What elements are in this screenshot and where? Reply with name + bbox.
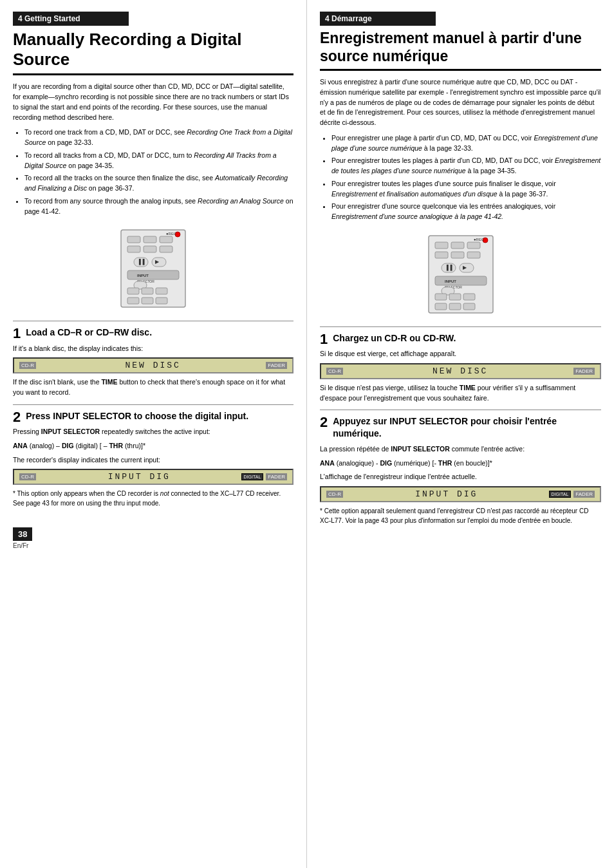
- right-step2-title: Appuyez sur INPUT SELECTOR pour choisir …: [320, 415, 601, 439]
- left-lcd2-digital-badge: DIGITAL: [241, 473, 264, 480]
- svg-rect-25: [451, 242, 464, 249]
- svg-text:▶: ▶: [155, 259, 160, 265]
- left-step1-body1: If it's a blank disc, the display indica…: [13, 344, 293, 354]
- right-step1-number: 1: [320, 332, 328, 346]
- right-bullet-2: Pour enregistrer toutes les plages à par…: [331, 156, 601, 176]
- left-step2-body1: Pressing INPUT SELECTOR repeatedly switc…: [13, 427, 293, 437]
- left-step2-number: 2: [13, 410, 21, 424]
- right-lcd2-text: INPUT DIG: [347, 489, 546, 499]
- right-step2-analog-line: ANA (analogique) - DIG (numérique) [- TH…: [320, 458, 601, 469]
- left-device-illustration: ●REC ▐▐ ▶ INPUT SELECTOR: [102, 227, 205, 310]
- svg-text:INPUT: INPUT: [137, 274, 149, 278]
- svg-rect-22: [156, 297, 167, 304]
- svg-rect-42: [463, 294, 475, 300]
- right-lcd2: CD-R INPUT DIG DIGITAL FADER: [320, 486, 601, 502]
- left-section-label: 4 Getting Started: [13, 12, 129, 26]
- svg-rect-43: [435, 303, 447, 310]
- left-lcd2-text: INPUT DIG: [40, 472, 239, 482]
- svg-rect-6: [160, 246, 172, 252]
- svg-rect-10: [152, 258, 166, 267]
- right-step2: 2 Appuyez sur INPUT SELECTOR pour choisi…: [320, 410, 601, 525]
- svg-rect-40: [435, 294, 447, 300]
- svg-rect-28: [451, 252, 464, 258]
- left-step2-body2: The recorder's display indicates the cur…: [13, 455, 293, 466]
- svg-rect-17: [127, 288, 139, 294]
- right-lcd1-label-right: FADER: [573, 368, 595, 375]
- svg-text:INPUT: INPUT: [445, 279, 456, 283]
- svg-text:▐▐: ▐▐: [137, 258, 145, 265]
- page-number: 38: [13, 527, 32, 541]
- right-lcd2-label-right: FADER: [573, 491, 595, 498]
- page-lang: En/Fr: [13, 542, 293, 549]
- svg-text:▐▐: ▐▐: [445, 264, 452, 271]
- right-lcd1: CD-R NEW DISC FADER: [320, 363, 601, 379]
- svg-rect-1: [127, 236, 140, 243]
- left-step2: 2 Press INPUT SELECTOR to choose the dig…: [13, 404, 293, 508]
- svg-rect-3: [160, 236, 172, 243]
- svg-text:●REC: ●REC: [166, 232, 177, 236]
- right-step1-body1: Si le disque est vierge, cet affichage a…: [320, 349, 601, 359]
- left-step1-body2: If the disc isn't blank, use the TIME bu…: [13, 377, 293, 398]
- svg-rect-44: [449, 303, 461, 310]
- svg-rect-29: [467, 252, 480, 258]
- left-bullet-3: To record all the tracks on the source t…: [24, 173, 293, 194]
- right-bullet-list: Pour enregistrer une plage à partir d'un…: [331, 133, 601, 222]
- left-step2-footnote: * This option only appears when the CD r…: [13, 489, 293, 508]
- left-bullet-2: To record all tracks from a CD, MD, DAT …: [24, 151, 293, 171]
- left-lcd2-label-right: FADER: [266, 473, 287, 480]
- right-device-illustration: ●REC ▐▐ ▶ INPUT SELECTOR: [409, 232, 512, 316]
- svg-text:▶: ▶: [463, 265, 467, 270]
- left-section-header: 4 Getting Started: [13, 12, 293, 30]
- right-intro: Si vous enregistrez à partir d'une sourc…: [320, 77, 601, 128]
- right-main-title: Enregistrement manuel à partir d'une sou…: [320, 30, 601, 71]
- left-bullet-1: To record one track from a CD, MD, DAT o…: [24, 127, 293, 148]
- left-main-title: Manually Recording a Digital Source: [13, 30, 293, 75]
- svg-rect-33: [460, 263, 474, 272]
- svg-rect-21: [142, 297, 153, 304]
- svg-rect-19: [156, 288, 167, 294]
- left-bullet-4: To record from any source through the an…: [24, 196, 293, 217]
- right-lcd1-label: CD-R: [326, 368, 343, 375]
- left-lcd2: CD-R INPUT DIG DIGITAL FADER: [13, 469, 293, 485]
- right-bullet-4: Pour enregistrer d'une source quelconque…: [331, 202, 601, 222]
- left-lcd2-label: CD-R: [19, 473, 36, 480]
- right-step1-title: Chargez un CD-R ou CD-RW.: [320, 332, 601, 344]
- left-column: 4 Getting Started Manually Recording a D…: [0, 0, 307, 868]
- left-page-footer: 38 En/Fr: [13, 527, 293, 549]
- left-lcd1-text: NEW DISC: [40, 361, 266, 370]
- right-lcd1-text: NEW DISC: [347, 366, 573, 376]
- right-step2-footnote: * Cette option apparaît seulement quand …: [320, 506, 601, 525]
- right-lcd2-label: CD-R: [326, 491, 343, 498]
- svg-rect-27: [435, 252, 448, 258]
- right-step2-number: 2: [320, 415, 328, 429]
- left-step1-number: 1: [13, 326, 21, 341]
- svg-rect-36: [435, 276, 487, 285]
- svg-rect-4: [127, 246, 140, 252]
- svg-rect-20: [127, 297, 139, 304]
- svg-rect-26: [467, 242, 480, 249]
- right-step2-body2: L'affichage de l'enregistreur indique l'…: [320, 472, 601, 482]
- svg-rect-45: [463, 303, 475, 310]
- right-column: 4 Démarrage Enregistrement manuel à part…: [307, 0, 614, 868]
- right-step1-body2: Si le disque n'est pas vierge, utilisez …: [320, 383, 601, 404]
- left-lcd1-label-right: FADER: [266, 362, 287, 369]
- left-lcd1: CD-R NEW DISC FADER: [13, 357, 293, 373]
- right-step1: 1 Chargez un CD-R ou CD-RW. Si le disque…: [320, 326, 601, 403]
- svg-rect-41: [449, 294, 461, 300]
- left-step2-title: Press INPUT SELECTOR to choose the digit…: [13, 410, 293, 422]
- left-lcd1-label: CD-R: [19, 362, 36, 369]
- right-section-header: 4 Démarrage: [320, 12, 601, 30]
- left-bullet-list: To record one track from a CD, MD, DAT o…: [24, 127, 293, 216]
- right-section-label: 4 Démarrage: [320, 12, 436, 26]
- left-intro: If you are recording from a digital sour…: [13, 82, 293, 122]
- svg-rect-13: [127, 270, 179, 279]
- svg-rect-18: [142, 288, 153, 294]
- right-bullet-3: Pour enregistrer toutes les plages d'une…: [331, 179, 601, 200]
- svg-rect-2: [144, 236, 156, 243]
- left-step1: 1 Load a CD–R or CD–RW disc. If it's a b…: [13, 321, 293, 397]
- svg-rect-5: [144, 246, 156, 252]
- left-step2-analog-line: ANA (analog) – DIG (digital) [ – THR (th…: [13, 441, 293, 451]
- svg-text:●REC: ●REC: [474, 238, 485, 241]
- svg-rect-24: [435, 242, 448, 249]
- right-lcd2-digital-badge: DIGITAL: [549, 491, 572, 498]
